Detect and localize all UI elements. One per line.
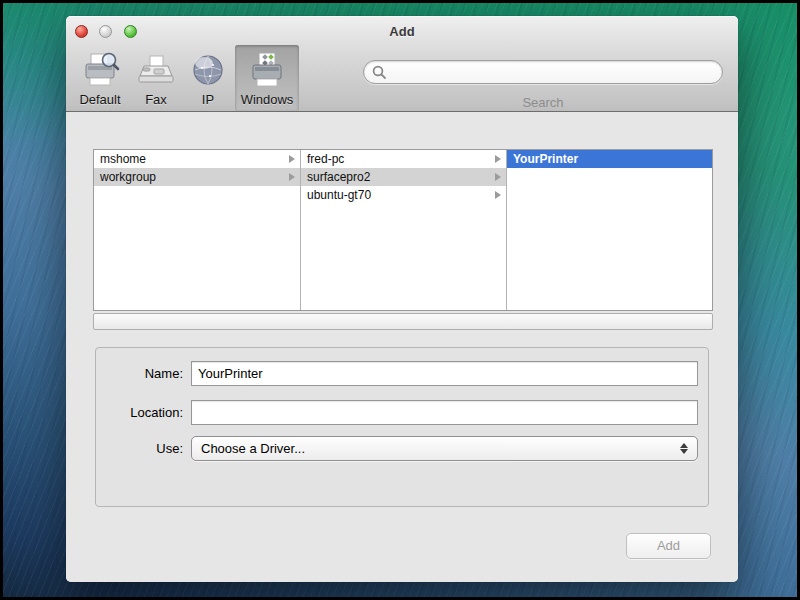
window-title: Add: [66, 24, 738, 39]
titlebar-toolbar: Add Default: [66, 16, 738, 112]
list-item-label: YourPrinter: [513, 152, 578, 166]
printer-windows-icon: [246, 48, 288, 92]
name-field[interactable]: [191, 361, 698, 386]
horizontal-scrollbar[interactable]: [93, 313, 713, 330]
browser-column-domains: mshome workgroup: [94, 150, 301, 310]
use-label: Use:: [96, 436, 183, 461]
search-input[interactable]: [390, 62, 716, 82]
name-row: Name:: [96, 361, 708, 386]
list-item-selected[interactable]: YourPrinter: [507, 150, 712, 168]
disclosure-triangle-icon: [495, 155, 501, 163]
toolbar-label-default: Default: [79, 92, 120, 107]
list-item[interactable]: surfacepro2: [301, 168, 506, 186]
disclosure-triangle-icon: [289, 155, 295, 163]
browser-column-hosts: fred-pc surfacepro2 ubuntu-gt70: [301, 150, 507, 310]
list-item-label: ubuntu-gt70: [307, 188, 371, 202]
disclosure-triangle-icon: [289, 173, 295, 181]
browser-column-printers: YourPrinter: [507, 150, 712, 310]
toolbar-item-windows[interactable]: Windows: [236, 47, 298, 107]
printer-search-icon: [79, 48, 121, 92]
disclosure-triangle-icon: [495, 173, 501, 181]
popup-stepper-icon: [680, 442, 688, 455]
driver-popup-button[interactable]: Choose a Driver...: [191, 436, 698, 461]
location-label: Location:: [96, 400, 183, 425]
search-icon: [372, 65, 387, 84]
toolbar-label-ip: IP: [202, 92, 214, 107]
list-item-label: fred-pc: [307, 152, 344, 166]
toolbar-label-fax: Fax: [145, 92, 167, 107]
list-item[interactable]: ubuntu-gt70: [301, 186, 506, 204]
location-row: Location:: [96, 400, 708, 425]
list-item[interactable]: fred-pc: [301, 150, 506, 168]
toolbar-item-default[interactable]: Default: [72, 47, 128, 107]
window-content: mshome workgroup fred-pc surfacepro2: [66, 112, 738, 582]
list-item-label: workgroup: [100, 170, 156, 184]
location-field[interactable]: [191, 400, 698, 425]
fax-icon: [134, 48, 178, 92]
disclosure-triangle-icon: [495, 191, 501, 199]
printer-details-panel: Name: Location: Use: Choose a Driver...: [95, 347, 709, 507]
add-printer-window: Add Default: [66, 16, 738, 582]
add-button[interactable]: Add: [626, 533, 711, 559]
toolbar-item-fax[interactable]: Fax: [133, 47, 179, 107]
search-toolbar-label: Search: [363, 95, 723, 110]
network-browser: mshome workgroup fred-pc surfacepro2: [93, 149, 713, 311]
desktop-wallpaper: Add Default: [0, 0, 800, 600]
list-item[interactable]: mshome: [94, 150, 300, 168]
list-item[interactable]: workgroup: [94, 168, 300, 186]
list-item-label: surfacepro2: [307, 170, 370, 184]
toolbar-label-windows: Windows: [241, 92, 294, 107]
driver-popup-value: Choose a Driver...: [201, 441, 305, 456]
list-item-label: mshome: [100, 152, 146, 166]
name-label: Name:: [96, 361, 183, 386]
use-row: Use: Choose a Driver...: [96, 436, 708, 461]
search-field[interactable]: [363, 60, 723, 84]
toolbar-item-ip[interactable]: IP: [185, 47, 231, 107]
globe-icon: [190, 48, 226, 92]
